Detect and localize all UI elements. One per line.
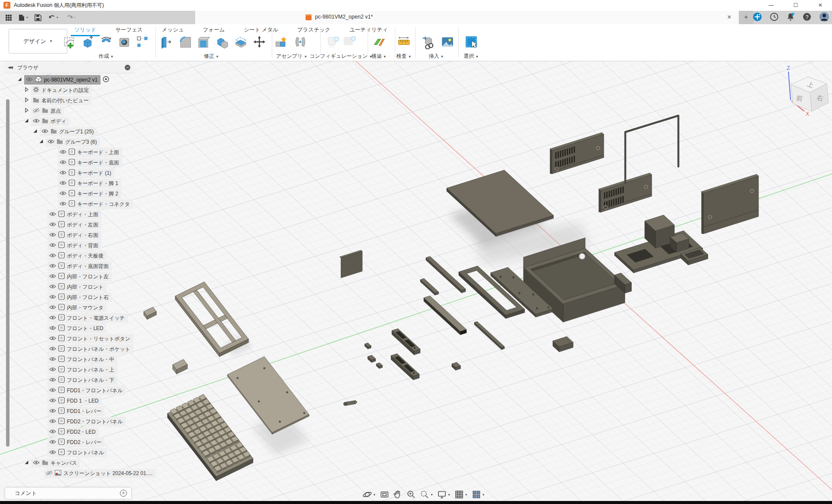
visibility-eye-icon[interactable] bbox=[49, 408, 56, 415]
look-at-icon[interactable] bbox=[380, 490, 389, 499]
group-label-assemble[interactable]: アセンブリ▼ bbox=[276, 53, 307, 60]
configuration-table-button[interactable] bbox=[341, 35, 357, 52]
visibility-eye-icon[interactable] bbox=[60, 149, 66, 156]
insert-derive-button[interactable] bbox=[420, 35, 436, 52]
browser-item[interactable]: フロント・リセットボタン bbox=[47, 334, 133, 343]
visibility-eye-icon[interactable] bbox=[49, 346, 56, 353]
visibility-eye-icon[interactable] bbox=[49, 315, 56, 321]
browser-item[interactable]: 内部・マウンタ bbox=[47, 303, 107, 312]
pattern-button[interactable] bbox=[134, 35, 151, 52]
expand-collapse-icon[interactable] bbox=[24, 460, 29, 466]
visibility-eye-icon[interactable] bbox=[49, 356, 56, 363]
browser-item[interactable]: 内部・フロント右 bbox=[47, 293, 112, 302]
visibility-eye-icon[interactable] bbox=[49, 336, 56, 342]
collapse-panel-icon[interactable]: ◀◀ bbox=[8, 65, 12, 69]
visibility-eye-icon[interactable] bbox=[49, 263, 56, 270]
new-document-tab-button[interactable]: + bbox=[739, 11, 753, 24]
comments-bar[interactable]: コメント + bbox=[5, 488, 131, 499]
browser-item[interactable]: フロントパネル・下 bbox=[47, 375, 117, 385]
undo-icon[interactable] bbox=[47, 14, 59, 21]
visibility-eye-icon[interactable] bbox=[49, 419, 56, 425]
visibility-eye-icon[interactable] bbox=[49, 232, 56, 239]
pan-icon[interactable] bbox=[393, 490, 403, 499]
browser-item[interactable]: FDD 1 ・LED bbox=[47, 396, 101, 406]
display-settings-icon[interactable]: ▼ bbox=[437, 490, 451, 499]
expand-expand-icon[interactable] bbox=[24, 87, 29, 93]
configuration-button[interactable] bbox=[325, 35, 341, 52]
notifications-bell-icon[interactable] bbox=[786, 13, 795, 23]
viewports-icon[interactable]: ▼ bbox=[472, 490, 485, 499]
add-comment-icon[interactable]: + bbox=[120, 490, 127, 497]
expand-collapse-icon[interactable] bbox=[39, 139, 44, 145]
visibility-eye-icon[interactable] bbox=[49, 387, 56, 394]
browser-item[interactable]: ボディ bbox=[24, 117, 69, 126]
browser-item[interactable]: キーボード・脚 1 bbox=[58, 179, 121, 188]
expand-collapse-icon[interactable] bbox=[33, 129, 38, 135]
browser-item[interactable]: スクリーンショット 2024-05-22 01.… bbox=[44, 469, 156, 478]
browser-item[interactable]: ボディ・背面 bbox=[47, 241, 101, 250]
combine-button[interactable] bbox=[214, 35, 230, 52]
browser-item[interactable]: ボディ・天板後 bbox=[47, 251, 107, 261]
visibility-eye-icon[interactable] bbox=[49, 439, 56, 446]
visibility-eye-icon[interactable] bbox=[49, 367, 56, 373]
expand-collapse-icon[interactable] bbox=[24, 118, 29, 124]
visibility-eye-icon[interactable] bbox=[46, 470, 53, 477]
group-label-modify[interactable]: 修正▼ bbox=[204, 53, 219, 60]
zoom-icon[interactable] bbox=[407, 490, 416, 499]
browser-item[interactable]: 名前の付いたビュー bbox=[24, 96, 91, 105]
visibility-eye-icon[interactable] bbox=[33, 108, 40, 114]
select-button[interactable] bbox=[463, 35, 479, 52]
browser-item[interactable]: フロントパネル bbox=[47, 448, 107, 457]
browser-item[interactable]: ボディ・底面背面 bbox=[47, 261, 112, 271]
close-button[interactable]: ✕ bbox=[810, 0, 830, 11]
visibility-eye-icon[interactable] bbox=[33, 118, 40, 125]
grid-settings-icon[interactable]: ▼ bbox=[454, 490, 468, 499]
visibility-eye-icon[interactable] bbox=[33, 460, 40, 466]
browser-item[interactable]: グループ3 (6) bbox=[39, 137, 100, 147]
visibility-eye-icon[interactable] bbox=[47, 139, 54, 145]
activate-target-icon[interactable] bbox=[103, 76, 109, 84]
visibility-eye-icon[interactable] bbox=[49, 305, 56, 311]
workspace-selector-design[interactable]: デザイン ▼ bbox=[9, 29, 67, 54]
visibility-eye-icon[interactable] bbox=[49, 222, 56, 228]
file-menu-icon[interactable] bbox=[18, 14, 28, 21]
group-label-create[interactable]: 作成▼ bbox=[99, 53, 114, 60]
visibility-eye-icon[interactable] bbox=[26, 77, 33, 83]
visibility-eye-icon[interactable] bbox=[49, 284, 56, 290]
browser-item[interactable]: ボディ・右面 bbox=[47, 230, 101, 240]
browser-item[interactable]: フロントパネル・中 bbox=[47, 355, 117, 364]
help-icon[interactable]: ? bbox=[803, 13, 811, 23]
browser-item[interactable]: 原点 bbox=[24, 106, 64, 116]
browser-item[interactable]: ボディ・左面 bbox=[47, 220, 101, 230]
group-label-construct[interactable]: 構築▼ bbox=[372, 53, 387, 60]
offset-face-button[interactable] bbox=[233, 35, 249, 52]
construct-plane-button[interactable] bbox=[371, 35, 387, 52]
shell-button[interactable] bbox=[195, 35, 211, 52]
browser-item[interactable]: フロントパネル・ポケット bbox=[47, 344, 133, 354]
browser-item[interactable]: ドキュメントの設定 bbox=[24, 85, 92, 95]
browser-item[interactable]: フロント・LED bbox=[47, 324, 106, 333]
fillet-button[interactable] bbox=[177, 35, 193, 52]
redo-icon[interactable] bbox=[65, 14, 76, 21]
extrude-button[interactable] bbox=[79, 35, 96, 52]
browser-item[interactable]: グループ1 (25) bbox=[33, 127, 97, 136]
hole-button[interactable] bbox=[116, 35, 132, 52]
expand-expand-icon[interactable] bbox=[24, 98, 29, 104]
browser-item[interactable]: キーボード・コネクタ bbox=[58, 199, 133, 209]
group-label-insert[interactable]: 挿入▼ bbox=[429, 53, 444, 60]
browser-item[interactable]: 内部・フロント bbox=[47, 282, 107, 292]
browser-item[interactable]: キーボード・脚 2 bbox=[58, 189, 121, 198]
browser-item[interactable]: FDD2・LED bbox=[47, 427, 99, 437]
expand-expand-icon[interactable] bbox=[24, 108, 29, 114]
job-status-clock-icon[interactable] bbox=[770, 13, 778, 23]
visibility-eye-icon[interactable] bbox=[60, 201, 66, 208]
visibility-eye-icon[interactable] bbox=[49, 398, 56, 404]
browser-item[interactable]: FDD1・レバー bbox=[47, 406, 104, 416]
browser-item[interactable]: キャンバス bbox=[24, 458, 80, 468]
orbit-icon[interactable]: ▼ bbox=[362, 490, 376, 499]
profile-avatar[interactable] bbox=[819, 12, 829, 24]
browser-minimize-icon[interactable]: − bbox=[125, 65, 130, 70]
browser-item[interactable]: キーボード・上面 bbox=[58, 148, 122, 157]
visibility-eye-icon[interactable] bbox=[60, 180, 66, 187]
browser-item[interactable]: ボディ・上面 bbox=[47, 210, 101, 219]
